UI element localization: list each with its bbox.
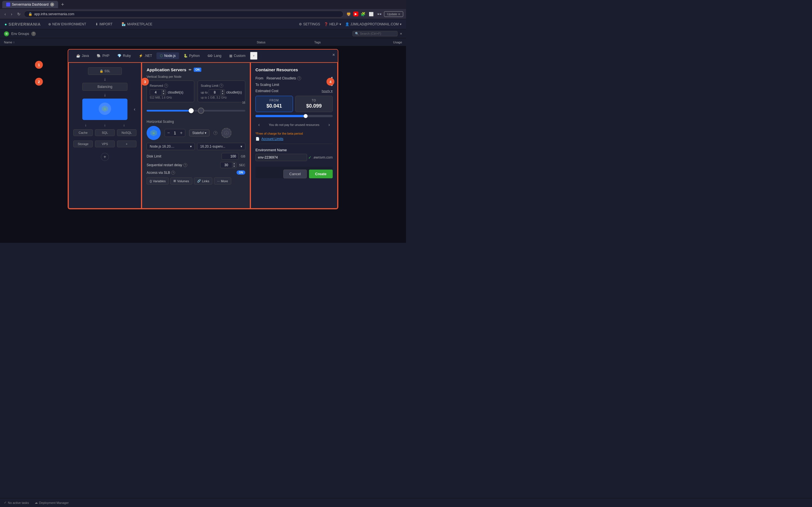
- storage-button[interactable]: Storage: [73, 140, 93, 147]
- slider-thumb-reserved[interactable]: [189, 108, 194, 113]
- tags-column-header: Tags: [289, 41, 346, 44]
- nosql-button[interactable]: NoSQL: [117, 129, 137, 136]
- arrow-down-1: ↓: [73, 76, 137, 82]
- prev-notice-button[interactable]: ‹: [258, 122, 260, 127]
- help-chevron-icon: ▾: [340, 22, 341, 26]
- nav-refresh-button[interactable]: ↻: [15, 11, 22, 17]
- tab-close-button[interactable]: ×: [50, 3, 54, 6]
- sql-button[interactable]: SQL: [95, 129, 114, 136]
- new-tab-button[interactable]: +: [59, 1, 66, 8]
- scaling-help-icon[interactable]: ?: [219, 83, 223, 88]
- create-button[interactable]: Create: [309, 170, 333, 178]
- glasses-icon[interactable]: 👓: [376, 11, 383, 17]
- close-search-icon[interactable]: ×: [400, 32, 402, 36]
- account-limits-link[interactable]: Account Limits: [261, 137, 283, 141]
- increment-node-button[interactable]: +: [180, 130, 183, 135]
- slb-toggle[interactable]: ON: [237, 170, 245, 175]
- nav-forward-button[interactable]: ›: [9, 11, 14, 17]
- reserved-help-icon[interactable]: ?: [164, 83, 168, 88]
- update-button[interactable]: Update ≡: [384, 11, 403, 17]
- topology-toggle-arrow[interactable]: ‹: [134, 107, 135, 112]
- scaling-up-button[interactable]: ▲: [220, 90, 225, 93]
- supervisor-version-select[interactable]: 16.20.1-superv... ▾: [197, 143, 245, 150]
- more-dropdown-button[interactable]: ▾: [250, 52, 257, 60]
- tab-java[interactable]: ☕ Java: [73, 52, 92, 59]
- cache-button[interactable]: Cache: [73, 129, 93, 136]
- decrement-node-button[interactable]: −: [167, 130, 170, 135]
- restart-down-button[interactable]: ▼: [232, 165, 236, 168]
- help-nav[interactable]: ❓ HELP ▾: [324, 22, 341, 26]
- stateful-button[interactable]: Stateful ▾: [189, 129, 210, 136]
- links-tab[interactable]: 🔗 Links: [194, 177, 213, 184]
- estimated-cost-label: Estimated Cost: [255, 89, 278, 93]
- more-tab[interactable]: ··· More: [214, 177, 231, 184]
- settings-nav[interactable]: ⚙ SETTINGS: [299, 22, 320, 26]
- on-badge[interactable]: ON: [194, 68, 201, 72]
- container-resources-panel: Container Resources From Reserved Cloudl…: [250, 62, 338, 209]
- restart-input-wrap: ▲ ▼: [220, 162, 237, 168]
- cancel-button[interactable]: Cancel: [283, 170, 306, 178]
- new-environment-nav[interactable]: ⊕ NEW ENVIRONMENT: [47, 21, 88, 27]
- tab-lang[interactable]: GO Lang: [204, 52, 225, 59]
- cost-slider-thumb[interactable]: [304, 114, 308, 118]
- balancing-button[interactable]: Balancing: [82, 83, 128, 91]
- env-help-icon[interactable]: ?: [31, 32, 36, 36]
- user-nav[interactable]: 👤 JJMILAD@PROTONMAIL.COM ▾: [345, 22, 402, 26]
- scaling-input[interactable]: [209, 90, 220, 95]
- tab-custom[interactable]: ▦ Custom: [226, 52, 249, 59]
- restart-input[interactable]: [220, 162, 232, 168]
- ssl-button[interactable]: 🔒 SSL: [88, 67, 122, 75]
- tab-ruby[interactable]: 💎 Ruby: [114, 52, 134, 59]
- tab-python[interactable]: 🐍 Python: [180, 52, 203, 59]
- sidebar-icon[interactable]: ⬜: [368, 11, 375, 17]
- nodejs-block[interactable]: N: [82, 99, 128, 120]
- reserved-up-button[interactable]: ▲: [161, 90, 166, 93]
- nodejs-version-select[interactable]: Node.js 16.20.... ▾: [147, 143, 195, 150]
- tab-net[interactable]: ⚡ .NET: [135, 52, 155, 59]
- svg-text:N: N: [104, 108, 106, 110]
- edit-icon[interactable]: ✏: [189, 68, 192, 72]
- create-environment-modal: ☕ Java 🐘 PHP 💎 Ruby ⚡ .NET ⬡ Node.js: [68, 49, 338, 209]
- cloudlets-help-icon[interactable]: ?: [297, 76, 301, 80]
- active-tab[interactable]: Servermania Dashboard ×: [2, 1, 58, 8]
- youtube-icon[interactable]: ▶: [353, 11, 358, 16]
- next-notice-button[interactable]: ›: [328, 122, 330, 127]
- restart-up-button[interactable]: ▲: [232, 162, 236, 165]
- brave-icon[interactable]: 🦁: [345, 11, 352, 17]
- address-bar[interactable]: 🔒 app.infra.servermania.com: [24, 11, 343, 17]
- hourly-dropdown[interactable]: hourly ▾: [322, 89, 333, 93]
- marketplace-nav[interactable]: 🏪 MARKETPLACE: [120, 21, 154, 27]
- extensions-icon[interactable]: 🧩: [359, 11, 366, 17]
- app-logo[interactable]: ● SERVERMANIA: [4, 22, 41, 26]
- cost-slider[interactable]: [255, 115, 333, 117]
- svg-text:N: N: [226, 132, 227, 134]
- scaling-down-button[interactable]: ▼: [220, 93, 225, 95]
- tab-php[interactable]: 🐘 PHP: [93, 52, 113, 59]
- scaling-sub: up to 1 GiB, 3.2 GHz: [201, 96, 242, 99]
- import-nav[interactable]: ⬇ IMPORT: [94, 21, 114, 27]
- nav-back-button[interactable]: ‹: [3, 11, 8, 17]
- user-chevron-icon: ▾: [400, 22, 402, 26]
- horizontal-help-icon[interactable]: ?: [213, 131, 217, 135]
- tab-nodejs[interactable]: ⬡ Node.js: [156, 52, 179, 59]
- action-tabs: {} Variables ⊞ Volumes 🔗 Links ···: [147, 177, 245, 184]
- reserved-input[interactable]: [150, 90, 161, 95]
- add-service-button[interactable]: +: [117, 140, 137, 147]
- vps-button[interactable]: VPS: [95, 140, 114, 147]
- reserved-down-button[interactable]: ▼: [161, 93, 166, 95]
- add-block-button[interactable]: +: [101, 153, 109, 161]
- php-label: PHP: [102, 54, 109, 58]
- search-bar[interactable]: 🔍 Search (Ctrl+F): [352, 31, 398, 36]
- slb-help-icon[interactable]: ?: [171, 171, 175, 175]
- import-icon: ⬇: [95, 22, 98, 26]
- disk-input[interactable]: [221, 153, 239, 160]
- slider-thumb-scaling[interactable]: [198, 108, 204, 114]
- scaling-slider[interactable]: 16: [147, 105, 245, 116]
- volumes-tab[interactable]: ⊞ Volumes: [170, 177, 192, 184]
- restart-help-icon[interactable]: ?: [183, 163, 187, 167]
- modal-close-button[interactable]: ×: [333, 52, 335, 57]
- ssl-icon: 🔒: [100, 69, 103, 73]
- name-column-header[interactable]: Name ↑: [4, 41, 233, 44]
- variables-tab[interactable]: {} Variables: [147, 177, 168, 184]
- env-name-input[interactable]: [255, 154, 307, 161]
